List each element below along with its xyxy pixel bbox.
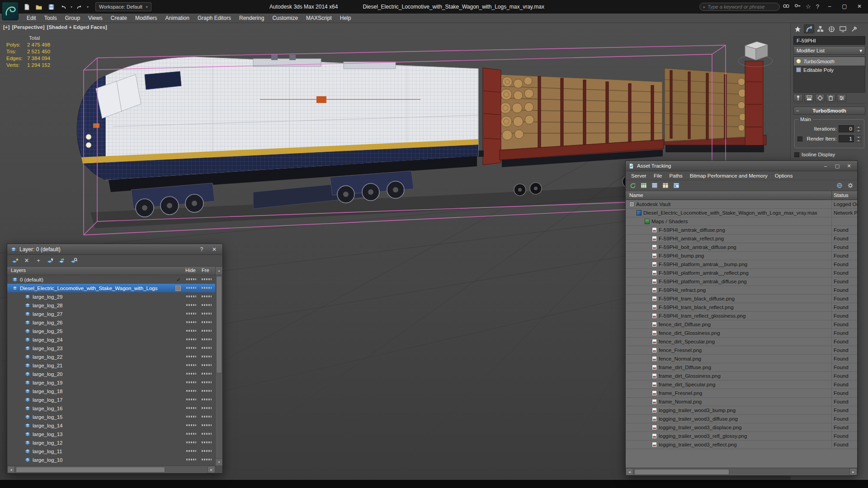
menu-item[interactable]: Paths: [665, 173, 686, 178]
layer-close-button[interactable]: ✕: [209, 246, 219, 253]
configure-modifier-sets-button[interactable]: [837, 94, 846, 102]
render-iters-checkbox[interactable]: [797, 136, 802, 141]
layer-hide-toggle[interactable]: [186, 424, 196, 426]
layer-hide-toggle[interactable]: [186, 433, 196, 435]
layer-current-marker[interactable]: [175, 277, 182, 283]
asset-row[interactable]: F-59PHI_amtrak_diffuse.png Found: [626, 226, 857, 235]
layer-row[interactable]: large_log_13: [7, 430, 215, 438]
modifier-stack-row[interactable]: TurboSmooth: [794, 57, 865, 66]
layer-current-marker[interactable]: [175, 422, 182, 429]
show-end-result-button[interactable]: [804, 94, 814, 102]
highlight-layer-button[interactable]: [69, 256, 79, 265]
layer-hide-toggle[interactable]: [186, 407, 196, 409]
layer-row[interactable]: large_log_14: [7, 421, 215, 430]
menu-item[interactable]: Server: [627, 173, 650, 178]
utilities-tab[interactable]: [849, 24, 859, 33]
scroll-left-icon[interactable]: ◂: [7, 466, 15, 473]
modify-tab[interactable]: [804, 24, 814, 33]
layer-current-marker[interactable]: [175, 354, 182, 360]
menu-item[interactable]: Tools: [40, 14, 61, 23]
layer-hide-toggle[interactable]: [186, 459, 196, 460]
layer-current-marker[interactable]: [175, 414, 182, 420]
layer-hide-toggle[interactable]: [186, 390, 196, 392]
layer-freeze-toggle[interactable]: [202, 459, 212, 460]
minimize-button[interactable]: –: [820, 162, 831, 170]
asset-row[interactable]: logging_trailer_wood3_reflect.png Found: [626, 441, 857, 449]
asset-row[interactable]: frame_Fresnel.png Found: [626, 389, 857, 398]
remove-modifier-button[interactable]: [826, 94, 835, 102]
layer-hide-toggle[interactable]: [186, 356, 196, 357]
layer-current-marker[interactable]: [175, 457, 182, 463]
asset-row[interactable]: fence_dirt_Specular.png Found: [626, 338, 857, 346]
asset-row[interactable]: frame_Normal.png Found: [626, 398, 857, 406]
spinner-up-icon[interactable]: ▴: [856, 136, 861, 139]
set-current-layer-button[interactable]: [57, 256, 67, 265]
motion-tab[interactable]: [826, 24, 837, 33]
layer-row[interactable]: large_log_27: [7, 310, 215, 318]
asset-row[interactable]: fence_Fresnel.png Found: [626, 346, 857, 355]
layer-freeze-toggle[interactable]: [202, 296, 212, 297]
layer-freeze-toggle[interactable]: [202, 330, 212, 332]
undo-button[interactable]: [58, 2, 68, 12]
scroll-down-icon[interactable]: ▾: [216, 459, 222, 465]
display-tab[interactable]: [838, 24, 848, 33]
maximize-button[interactable]: ▢: [838, 1, 851, 11]
layer-hide-toggle[interactable]: [186, 381, 196, 383]
modifier-icon[interactable]: [796, 59, 801, 64]
freeze-column-header[interactable]: Fre: [202, 267, 212, 273]
modifier-list-dropdown[interactable]: Modifier List ▾: [793, 46, 865, 55]
layer-hide-toggle[interactable]: [186, 399, 196, 400]
layer-row[interactable]: large_log_12: [7, 438, 215, 447]
layer-hide-toggle[interactable]: [186, 287, 196, 289]
spinner-up-icon[interactable]: ▴: [856, 126, 861, 129]
layer-current-marker[interactable]: [175, 431, 182, 437]
asset-row[interactable]: fence_dirt_Glossiness.png Found: [626, 329, 857, 338]
open-file-button[interactable]: [34, 2, 44, 12]
details-button[interactable]: [671, 181, 681, 190]
asset-row[interactable]: logging_trailer_wood3_displace.png Found: [626, 423, 857, 432]
scroll-left-icon[interactable]: ◂: [626, 468, 633, 475]
menu-item[interactable]: MAXScript: [302, 14, 336, 23]
layer-current-marker[interactable]: [175, 337, 182, 343]
asset-row[interactable]: F-59PHI_bolt_amtrak_diffuse.png Found: [626, 243, 857, 252]
layer-current-marker[interactable]: [175, 302, 182, 309]
layer-row[interactable]: large_log_11: [7, 447, 215, 455]
layer-row[interactable]: large_log_10: [7, 455, 215, 464]
refresh-button[interactable]: [628, 181, 637, 190]
layer-freeze-toggle[interactable]: [202, 364, 212, 366]
key-icon[interactable]: [794, 3, 801, 10]
table-view-button[interactable]: [639, 181, 648, 190]
layer-row[interactable]: large_log_24: [7, 335, 215, 344]
viewcube[interactable]: [736, 37, 775, 71]
asset-row[interactable]: frame_dirt_Specular.png Found: [626, 380, 857, 389]
menu-item[interactable]: Modifiers: [131, 14, 161, 23]
save-button[interactable]: [46, 2, 56, 12]
menu-item[interactable]: Rendering: [235, 14, 268, 23]
layer-horizontal-scrollbar[interactable]: ◂ ▸: [7, 465, 215, 473]
layer-current-marker[interactable]: [175, 380, 182, 386]
pin-stack-button[interactable]: [793, 94, 803, 102]
workspace-selector[interactable]: Workspace: Default ▾: [95, 2, 151, 11]
menu-item[interactable]: Bitmap Performance and Memory: [686, 173, 771, 178]
modifier-stack-row[interactable]: Editable Poly: [794, 66, 865, 74]
asset-row[interactable]: logging_trailer_wood3_bump.png Found: [626, 406, 857, 415]
layer-current-marker[interactable]: [175, 440, 182, 446]
redo-dropdown-icon[interactable]: ▾: [87, 5, 89, 9]
layer-row[interactable]: large_log_25: [7, 327, 215, 335]
layer-freeze-toggle[interactable]: [202, 356, 212, 357]
layer-current-marker[interactable]: [175, 286, 181, 291]
layer-current-marker[interactable]: [175, 371, 182, 377]
menu-item[interactable]: Animation: [161, 14, 193, 23]
layer-current-marker[interactable]: [175, 362, 182, 369]
layer-row[interactable]: large_log_21: [7, 361, 215, 370]
layer-freeze-toggle[interactable]: [202, 287, 212, 289]
viewport-pov-menu[interactable]: [Perspective]: [12, 24, 44, 30]
scroll-right-icon[interactable]: ▸: [849, 468, 857, 475]
layer-row[interactable]: large_log_23: [7, 344, 215, 352]
layers-column-header[interactable]: Layers: [11, 267, 26, 273]
isoline-display-checkbox[interactable]: [794, 152, 799, 157]
layer-hide-toggle[interactable]: [186, 296, 196, 297]
layer-window-titlebar[interactable]: Layer: 0 (default) ? ✕: [7, 244, 222, 255]
menu-item[interactable]: Edit: [23, 14, 40, 23]
delete-layer-button[interactable]: ✕: [22, 256, 32, 265]
